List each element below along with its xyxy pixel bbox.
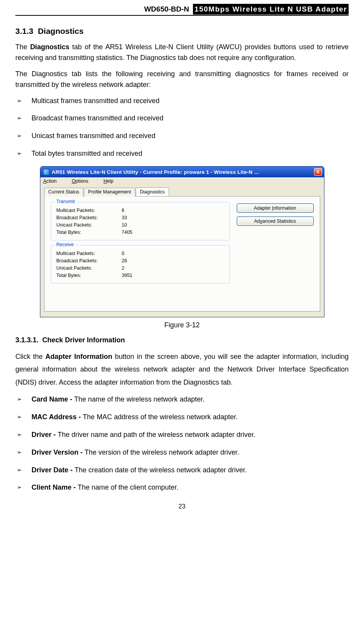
stat-label: Unicast Packets: <box>57 222 122 228</box>
list-item: Multicast frames transmitted and receive… <box>15 96 349 107</box>
stat-value: 7405 <box>122 230 133 235</box>
tab-strip: Current Status Profile Management Diagno… <box>44 187 320 197</box>
tab-profile-management[interactable]: Profile Management <box>84 188 135 197</box>
desc: The version of the wireless network adap… <box>85 448 239 456</box>
figure-caption: Figure 3-12 <box>15 321 349 329</box>
group-transmit: Transmit Multicast Packets:6 Broadcast P… <box>51 202 230 240</box>
stat-row: Unicast Packets:2 <box>57 265 224 271</box>
stat-label: Total Bytes: <box>57 230 122 235</box>
list-item: Total bytes transmitted and received <box>15 148 349 159</box>
stat-value: 2 <box>122 265 125 271</box>
text: Click the <box>15 353 45 360</box>
stat-row: Total Bytes:3951 <box>57 273 224 278</box>
list-item: Broadcast frames transmitted and receive… <box>15 113 349 124</box>
subsection-heading-check-driver: 3.1.3.1. Check Driver Information <box>15 336 349 344</box>
stat-row: Total Bytes:7405 <box>57 230 224 235</box>
list-item: Client Name - The name of the client com… <box>15 482 349 493</box>
stat-value: 33 <box>122 215 127 220</box>
bold-text: Diagnostics <box>30 43 69 51</box>
page-number: 23 <box>15 503 349 510</box>
doc-title-strip: 150Mbps Wireless Lite N USB Adapter <box>193 4 349 15</box>
stats-panel: Transmit Multicast Packets:6 Broadcast P… <box>51 202 230 288</box>
close-icon[interactable]: X <box>314 168 322 176</box>
section-title: Diagnostics <box>38 27 83 35</box>
desc: The MAC address of the wireless network … <box>83 413 238 421</box>
stat-label: Total Bytes: <box>57 273 122 278</box>
doc-header: WD650-BD-N 150Mbps Wireless Lite N USB A… <box>15 4 349 16</box>
list-item: MAC Address - The MAC address of the wir… <box>15 412 349 423</box>
stat-value: 10 <box>122 222 127 228</box>
stat-label: Broadcast Packets: <box>57 215 122 220</box>
button-panel: Adapter Information Advanced Statistics <box>237 202 314 226</box>
app-window: AR51 Wireless Lite-N Client Utility - Cu… <box>40 166 324 317</box>
subsection-number: 3.1.3.1. <box>15 336 38 344</box>
client-area: Current Status Profile Management Diagno… <box>40 185 324 317</box>
term: Driver - <box>32 431 58 438</box>
tab-current-status[interactable]: Current Status <box>44 188 84 197</box>
stat-label: Unicast Packets: <box>57 265 122 271</box>
desc: The creation date of the wireless networ… <box>75 466 247 474</box>
bold-text: Adapter Information <box>45 353 112 360</box>
stat-value: 3951 <box>122 273 133 278</box>
stat-label: Broadcast Packets: <box>57 258 122 263</box>
section-heading-diagnostics: 3.1.3 Diagnostics <box>15 27 349 36</box>
list-item: Card Name - The name of the wireless net… <box>15 394 349 405</box>
tab-panel-diagnostics: Transmit Multicast Packets:6 Broadcast P… <box>44 197 320 312</box>
app-icon <box>43 169 50 175</box>
stat-value: 6 <box>122 208 125 213</box>
menu-options[interactable]: Options <box>72 178 95 184</box>
window-titlebar: AR51 Wireless Lite-N Client Utility - Cu… <box>40 167 324 177</box>
stat-row: Broadcast Packets:33 <box>57 215 224 220</box>
stat-value: 26 <box>122 258 127 263</box>
driver-info-bullet-list: Card Name - The name of the wireless net… <box>15 394 349 493</box>
desc: The name of the wireless network adapter… <box>74 395 204 403</box>
desc: The driver name and path of the wireless… <box>58 431 255 438</box>
group-title: Transmit <box>55 199 76 204</box>
adapter-information-button[interactable]: Adapter Information <box>237 203 314 213</box>
diag-bullet-list: Multicast frames transmitted and receive… <box>15 96 349 160</box>
text: The <box>15 43 30 51</box>
term: Driver Version - <box>32 448 85 456</box>
menu-help[interactable]: Help <box>103 178 120 184</box>
tab-diagnostics[interactable]: Diagnostics <box>136 187 169 196</box>
stat-label: Multicast Packets: <box>57 208 122 213</box>
term: MAC Address - <box>32 413 83 421</box>
screenshot-figure: AR51 Wireless Lite-N Client Utility - Cu… <box>15 166 349 317</box>
list-item: Driver Version - The version of the wire… <box>15 447 349 458</box>
stat-row: Broadcast Packets:26 <box>57 258 224 263</box>
section-number: 3.1.3 <box>15 27 33 35</box>
menu-action[interactable]: Action <box>43 178 64 184</box>
stat-label: Multicast Packets: <box>57 251 122 256</box>
desc: The name of the client computer. <box>78 483 178 491</box>
group-title: Receive <box>55 242 75 247</box>
term: Card Name - <box>32 395 74 403</box>
term: Driver Date - <box>32 466 75 474</box>
paragraph-list-intro: The Diagnostics tab lists the following … <box>15 69 349 90</box>
list-item: Unicast frames transmitted and received <box>15 131 349 142</box>
stat-row: Multicast Packets:0 <box>57 251 224 256</box>
model-number: WD650-BD-N <box>144 5 189 13</box>
stat-row: Unicast Packets:10 <box>57 222 224 228</box>
stat-row: Multicast Packets:6 <box>57 208 224 213</box>
stat-value: 0 <box>122 251 125 256</box>
paragraph-adapter-info: Click the Adapter Information button in … <box>15 350 349 389</box>
group-receive: Receive Multicast Packets:0 Broadcast Pa… <box>51 245 230 283</box>
subsection-title: Check Driver Information <box>42 336 125 344</box>
advanced-statistics-button[interactable]: Advanced Statistics <box>237 217 314 226</box>
paragraph-intro: The Diagnostics tab of the AR51 Wireless… <box>15 42 349 63</box>
window-title: AR51 Wireless Lite-N Client Utility - Cu… <box>52 169 312 175</box>
menu-bar: Action Options Help <box>40 177 324 185</box>
list-item: Driver Date - The creation date of the w… <box>15 465 349 476</box>
list-item: Driver - The driver name and path of the… <box>15 430 349 440</box>
term: Client Name - <box>32 483 78 491</box>
